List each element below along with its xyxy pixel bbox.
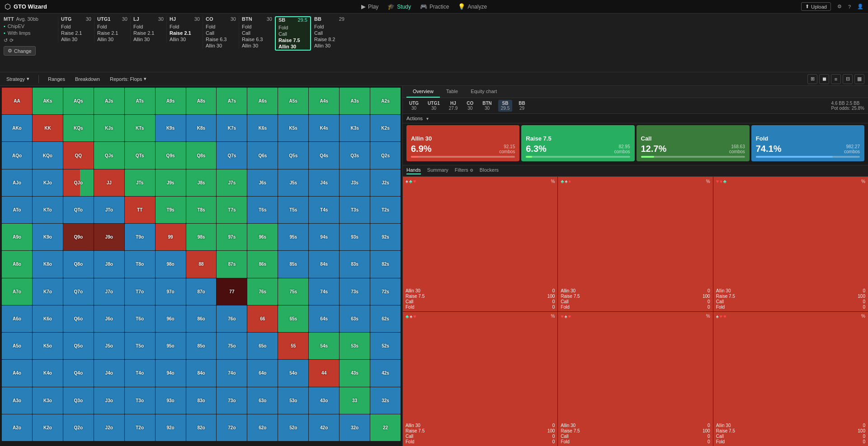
nav-analyze[interactable]: 💡 Analyze	[458, 3, 487, 10]
matrix-cell-86s[interactable]: 86s	[247, 251, 278, 277]
pos-btn-fold[interactable]: Fold	[242, 23, 272, 30]
pos-utg1-allin[interactable]: Allin 30	[97, 36, 127, 42]
matrix-cell-T5o[interactable]: T5o	[125, 333, 155, 359]
pos-mini-sb[interactable]: SB 29.5	[498, 100, 512, 112]
matrix-cell-K8o[interactable]: K8o	[33, 251, 63, 277]
matrix-cell-43s[interactable]: 43s	[340, 360, 370, 386]
matrix-cell-QTs[interactable]: QTs	[125, 142, 155, 169]
matrix-cell-J2s[interactable]: J2s	[370, 169, 401, 196]
matrix-cell-83o[interactable]: 83o	[186, 387, 217, 414]
matrix-cell-Q3s[interactable]: Q3s	[340, 142, 370, 169]
matrix-cell-53s[interactable]: 53s	[340, 333, 370, 359]
matrix-cell-A2s[interactable]: A2s	[370, 88, 401, 114]
pos-bb-call[interactable]: Call	[314, 30, 344, 36]
hand-cell-1[interactable]: ♠ ♣ ♥ % Allin 300 Raise 7.5100 Call0 Fol…	[403, 177, 557, 311]
matrix-cell-93s[interactable]: 93s	[340, 224, 370, 250]
matrix-cell-J8o[interactable]: J8o	[94, 251, 124, 277]
matrix-cell-A7s[interactable]: A7s	[217, 88, 247, 114]
matrix-cell-62o[interactable]: 62o	[247, 414, 278, 441]
matrix-cell-94s[interactable]: 94s	[309, 224, 339, 250]
matrix-cell-K9s[interactable]: K9s	[156, 115, 186, 141]
pos-sb-allin[interactable]: Allin 30	[278, 43, 307, 50]
settings-icon[interactable]: ⚙	[837, 4, 842, 9]
matrix-cell-T8s[interactable]: T8s	[186, 197, 217, 223]
pos-co-fold[interactable]: Fold	[206, 23, 236, 30]
pos-btn-allin[interactable]: Allin 30	[242, 42, 272, 49]
breakdown-button[interactable]: Breakdown	[72, 75, 103, 83]
action-raise75[interactable]: Raise 7.5 6.3% 82.95combos	[521, 125, 634, 161]
pos-hj-raise21[interactable]: Raise 2.1	[170, 30, 200, 36]
matrix-cell-JTo[interactable]: JTo	[94, 197, 124, 223]
pos-hj-fold[interactable]: Fold	[170, 23, 200, 30]
nav-study[interactable]: 🎓 Study	[387, 3, 411, 10]
pos-utg1-fold[interactable]: Fold	[97, 23, 127, 30]
matrix-cell-92o[interactable]: 92o	[156, 414, 186, 441]
view-icon-2[interactable]: ◼	[819, 74, 829, 84]
hands-tab-blockers[interactable]: Blockers	[480, 167, 499, 174]
matrix-cell-KTs[interactable]: KTs	[125, 115, 155, 141]
matrix-cell-AKs[interactable]: AKs	[33, 88, 63, 114]
pos-lj-raise21[interactable]: Raise 2.1	[133, 30, 164, 36]
matrix-cell-T7s[interactable]: T7s	[217, 197, 247, 223]
matrix-cell-JJ[interactable]: JJ	[94, 169, 124, 196]
matrix-cell-65o[interactable]: 65o	[247, 333, 278, 359]
matrix-cell-AQo[interactable]: AQo	[2, 142, 32, 169]
hand-cell-3[interactable]: ♥ ♦ ♣ % Allin 300 Raise 7.5100 Call0 Fol…	[713, 177, 868, 311]
matrix-cell-96s[interactable]: 96s	[247, 224, 278, 250]
tab-equity-chart[interactable]: Equity chart	[464, 86, 503, 98]
pos-sb-fold[interactable]: Fold	[278, 24, 307, 31]
matrix-cell-Q3o[interactable]: Q3o	[63, 387, 94, 414]
pos-mini-hj[interactable]: HJ 27.9	[446, 100, 460, 112]
pos-co-call[interactable]: Call	[206, 30, 236, 36]
matrix-cell-72s[interactable]: 72s	[370, 278, 401, 305]
matrix-cell-K4s[interactable]: K4s	[309, 115, 339, 141]
matrix-cell-T5s[interactable]: T5s	[278, 197, 308, 223]
pos-utg-allin[interactable]: Allin 30	[61, 36, 91, 42]
tab-overview[interactable]: Overview	[406, 86, 440, 98]
matrix-cell-32s[interactable]: 32s	[370, 387, 401, 414]
pos-lj-fold[interactable]: Fold	[133, 23, 164, 30]
matrix-cell-93o[interactable]: 93o	[156, 387, 186, 414]
matrix-cell-97o[interactable]: 97o	[156, 278, 186, 305]
upload-button[interactable]: ⬆ Upload	[801, 2, 831, 11]
matrix-cell-J4o[interactable]: J4o	[94, 360, 124, 386]
hands-tab-summary[interactable]: Summary	[427, 167, 448, 174]
matrix-cell-54o[interactable]: 54o	[278, 360, 308, 386]
matrix-cell-64s[interactable]: 64s	[309, 305, 339, 332]
hands-tab-hands[interactable]: Hands	[406, 167, 421, 174]
hand-cell-2[interactable]: ♣ ♠ ♦ % Allin 300 Raise 7.5100 Call0 Fol…	[558, 177, 712, 311]
matrix-cell-TT[interactable]: TT	[125, 197, 155, 223]
matrix-cell-A7o[interactable]: A7o	[2, 278, 32, 305]
matrix-cell-87s[interactable]: 87s	[217, 251, 247, 277]
pos-btn-raise63[interactable]: Raise 6.3	[242, 36, 272, 42]
matrix-cell-T4o[interactable]: T4o	[125, 360, 155, 386]
matrix-cell-A5s[interactable]: A5s	[278, 88, 308, 114]
matrix-cell-73s[interactable]: 73s	[340, 278, 370, 305]
action-fold[interactable]: Fold 74.1% 982.27combos	[751, 125, 864, 161]
matrix-cell-95o[interactable]: 95o	[156, 333, 186, 359]
action-allin[interactable]: Allin 30 6.9% 92.15combos	[406, 125, 519, 161]
matrix-cell-ATo[interactable]: ATo	[2, 197, 32, 223]
matrix-cell-A9s[interactable]: A9s	[156, 88, 186, 114]
matrix-cell-82s[interactable]: 82s	[370, 251, 401, 277]
matrix-cell-JTs[interactable]: JTs	[125, 169, 155, 196]
matrix-cell-AA[interactable]: AA	[2, 88, 32, 114]
view-icon-5[interactable]: ▦	[854, 74, 864, 84]
matrix-cell-J6s[interactable]: J6s	[247, 169, 278, 196]
pos-btn-call[interactable]: Call	[242, 30, 272, 36]
matrix-cell-76s[interactable]: 76s	[247, 278, 278, 305]
matrix-cell-77[interactable]: 77	[217, 278, 247, 305]
refresh-icon[interactable]: ⟳	[9, 38, 14, 43]
matrix-cell-T3s[interactable]: T3s	[340, 197, 370, 223]
action-call[interactable]: Call 12.7% 168.63combos	[637, 125, 750, 161]
matrix-cell-42o[interactable]: 42o	[309, 414, 339, 441]
matrix-cell-55[interactable]: 55	[278, 333, 308, 359]
actions-chevron-icon[interactable]: ▾	[426, 116, 429, 121]
matrix-cell-98s[interactable]: 98s	[186, 224, 217, 250]
view-icon-1[interactable]: ⊞	[807, 74, 817, 84]
matrix-cell-T4s[interactable]: T4s	[309, 197, 339, 223]
matrix-cell-A8s[interactable]: A8s	[186, 88, 217, 114]
hand-cell-5[interactable]: ♥ ♠ ♥ % Allin 300 Raise 7.5100 Call0 Fol…	[558, 312, 712, 446]
matrix-cell-52s[interactable]: 52s	[370, 333, 401, 359]
matrix-cell-85s[interactable]: 85s	[278, 251, 308, 277]
